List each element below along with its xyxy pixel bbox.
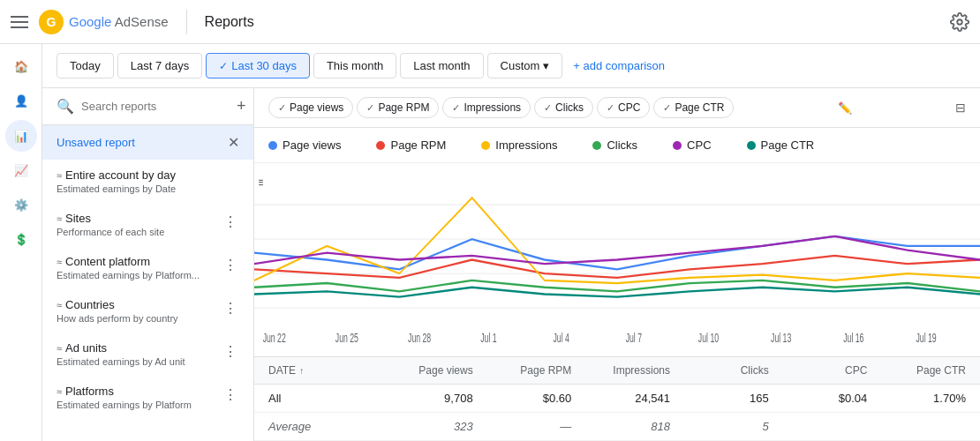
filter-bar: Today Last 7 days Last 30 days This mont… [42,44,980,88]
logo-text: Google AdSense [69,14,169,29]
metric-chip-impressions[interactable]: ✓ Impressions [442,97,531,118]
col-clicks-header: Clicks [670,364,769,377]
search-input[interactable] [81,100,230,113]
sidebar-item-content-platform[interactable]: ≈ Content platform Estimated earnings by… [42,246,253,289]
search-bar: 🔍 + [42,88,253,125]
col-date-header[interactable]: DATE ↑ [268,364,374,377]
svg-text:≡: ≡ [259,174,264,190]
legend-impressions: Impressions [481,138,557,152]
legend-pagerpm-dot [376,141,385,150]
svg-text:Jul 1: Jul 1 [480,331,496,345]
svg-text:Jul 13: Jul 13 [771,331,791,345]
sites-more-icon[interactable]: ⋮ [222,212,239,232]
cell-avg-date: Average [268,420,374,433]
filter-lastmonth-button[interactable]: Last month [400,53,483,78]
table-row-average: Average 323 — 818 5 [254,413,980,441]
metric-chip-pagectr[interactable]: ✓ Page CTR [653,97,734,118]
cell-avg-cpc [769,420,868,433]
chart-area: Jun 22 Jun 25 Jun 28 Jul 1 Jul 4 Jul 7 J… [254,163,980,356]
col-cpc-header: CPC [769,364,868,377]
logo-area: G Google AdSense [39,10,169,34]
sites-icon: ≈ [57,213,62,224]
svg-text:Jul 4: Jul 4 [553,331,569,345]
settings-icon[interactable] [950,12,969,32]
platforms-icon: ≈ [57,386,62,397]
nav-chart-icon[interactable]: 📊 [5,120,37,152]
nav-person-icon[interactable]: 👤 [5,86,37,116]
countries-more-icon[interactable]: ⋮ [222,298,239,318]
svg-text:G: G [47,15,57,29]
menu-icon[interactable] [11,16,28,28]
sidebar-item-platforms[interactable]: ≈ Platforms Estimated earnings by Platfo… [42,376,253,419]
countries-icon: ≈ [57,300,62,310]
sidebar-active-item[interactable]: Unsaved report ✕ [42,125,253,160]
legend-pagectr-dot [747,141,756,150]
sort-arrow-icon: ↑ [299,366,304,376]
cell-all-date: All [268,392,374,405]
google-adsense-logo-icon: G [39,10,64,34]
col-pageviews-header: Page views [374,364,473,377]
ad-units-more-icon[interactable]: ⋮ [222,341,239,362]
metric-chip-clicks[interactable]: ✓ Clicks [534,97,593,118]
cell-avg-pagerpm: — [473,420,572,433]
edit-metrics-icon[interactable]: ✏️ [838,101,852,115]
filter-last30days-button[interactable]: Last 30 days [206,53,310,78]
table-row-all: All 9,708 $0.60 24,541 165 $0.04 1.70% [254,385,980,413]
sidebar-item-ad-units[interactable]: ≈ Ad units Estimated earnings by Ad unit… [42,333,253,376]
add-comparison-button[interactable]: + add comparison [573,59,665,72]
main-layout: 🔍 + Unsaved report ✕ ≈ Entire account by… [42,88,980,441]
entire-account-icon: ≈ [57,170,62,181]
filter-thismonth-button[interactable]: This month [313,53,396,78]
content-platform-icon: ≈ [57,257,62,267]
add-report-button[interactable]: + [237,97,246,116]
filter-custom-button[interactable]: Custom ▾ [487,53,563,78]
legend-clicks: Clicks [592,138,637,152]
table-header: DATE ↑ Page views Page RPM Impressions [254,357,980,385]
content-platform-more-icon[interactable]: ⋮ [222,255,239,275]
metrics-bar: ✓ Page views ✓ Page RPM ✓ Impressions ✓ … [254,88,980,128]
legend-row: Page views Page RPM Impressions Clicks [254,128,980,163]
sidebar-item-entire-account[interactable]: ≈ Entire account by day Estimated earnin… [42,160,253,203]
metric-chip-pagerpm[interactable]: ✓ Page RPM [357,97,439,118]
legend-cpc-dot [673,141,682,150]
data-table: DATE ↑ Page views Page RPM Impressions [254,356,980,441]
cell-all-clicks: 165 [670,392,769,405]
cell-all-pageviews: 9,708 [374,392,473,405]
filter-chart-icon[interactable]: ⊟ [955,101,966,115]
cell-all-impressions: 24,541 [571,392,670,405]
active-item-label: Unsaved report [57,136,135,149]
col-impressions-header: Impressions [571,364,670,377]
nav-trending-icon[interactable]: 📈 [5,155,37,186]
svg-text:Jul 16: Jul 16 [843,331,863,345]
svg-text:Jun 28: Jun 28 [408,331,431,345]
left-nav: 🏠 👤 📊 📈 ⚙️ 💲 [0,44,42,441]
cell-all-cpc: $0.04 [769,392,868,405]
page-title: Reports [205,14,254,30]
close-active-item-button[interactable]: ✕ [228,134,239,151]
platforms-more-icon[interactable]: ⋮ [222,385,239,405]
top-bar: G Google AdSense Reports [0,0,980,44]
svg-text:Jul 19: Jul 19 [916,331,936,345]
legend-pageviews-dot [268,141,277,150]
search-icon: 🔍 [57,98,74,115]
svg-point-2 [957,19,962,25]
ad-units-icon: ≈ [57,343,62,354]
nav-settings-icon[interactable]: ⚙️ [5,190,37,220]
cell-all-pagectr: 1.70% [867,392,966,405]
svg-text:Jun 25: Jun 25 [335,331,358,345]
cell-avg-clicks: 5 [670,420,769,433]
filter-today-button[interactable]: Today [57,53,114,78]
nav-dollar-icon[interactable]: 💲 [5,224,37,255]
chevron-down-icon: ▾ [543,59,549,72]
metric-chip-cpc[interactable]: ✓ CPC [597,97,650,118]
cell-avg-pageviews: 323 [374,420,473,433]
svg-text:Jun 22: Jun 22 [263,331,286,345]
nav-home-icon[interactable]: 🏠 [5,51,37,82]
sidebar-item-sites[interactable]: ≈ Sites Performance of each site ⋮ [42,203,253,246]
legend-pagectr: Page CTR [747,138,815,152]
line-chart: Jun 22 Jun 25 Jun 28 Jul 1 Jul 4 Jul 7 J… [254,170,980,349]
metric-chip-pageviews[interactable]: ✓ Page views [268,97,353,118]
legend-pagerpm: Page RPM [376,138,446,152]
sidebar-item-countries[interactable]: ≈ Countries How ads perform by country ⋮ [42,289,253,333]
filter-last7days-button[interactable]: Last 7 days [117,53,203,78]
